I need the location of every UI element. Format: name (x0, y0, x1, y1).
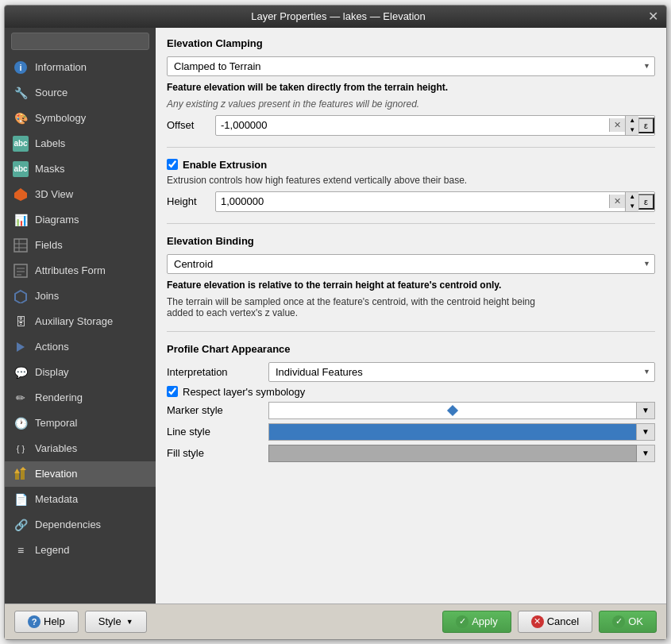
sidebar-item-source[interactable]: 🔧 Source (5, 80, 156, 106)
svg-marker-9 (15, 291, 26, 303)
offset-clear-button[interactable]: ✕ (609, 118, 625, 132)
line-bar-dropdown[interactable]: ▼ (637, 423, 655, 441)
sidebar-item-temporal[interactable]: 🕐 Temporal (5, 411, 156, 436)
svg-marker-14 (20, 467, 26, 470)
close-button[interactable]: ✕ (648, 10, 658, 23)
binding-dropdown[interactable]: Centroid Vertex (167, 254, 655, 274)
sidebar-item-label: Attributes Form (35, 264, 106, 276)
ok-button[interactable]: ✓ OK (599, 611, 657, 633)
interpretation-dropdown-wrapper[interactable]: Individual Features Continuous Surface (… (268, 362, 655, 382)
joins-icon (13, 288, 29, 304)
attributes-form-icon (13, 263, 29, 279)
cancel-button[interactable]: ✕ Cancel (518, 611, 592, 633)
help-button[interactable]: ? Help (14, 611, 79, 633)
sidebar-item-joins[interactable]: Joins (5, 283, 156, 309)
height-up-button[interactable]: ▲ (626, 192, 638, 202)
symbology-checkbox-row[interactable]: Respect layer's symbology (167, 386, 655, 398)
sidebar-item-rendering[interactable]: ✏ Rendering (5, 385, 156, 411)
extrusion-label[interactable]: Enable Extrusion (183, 159, 267, 171)
height-clear-button[interactable]: ✕ (609, 195, 625, 208)
sidebar-item-label: Symbology (35, 112, 86, 124)
style-arrow-icon: ▼ (126, 618, 133, 626)
main-window: Layer Properties — lakes — Elevation ✕ i… (4, 5, 667, 640)
sidebar-item-label: Fields (35, 239, 63, 251)
interpretation-dropdown[interactable]: Individual Features Continuous Surface (… (268, 362, 655, 382)
style-button[interactable]: Style ▼ (85, 611, 147, 633)
cancel-x-icon: ✕ (531, 615, 544, 628)
symbology-checkbox[interactable] (167, 386, 178, 397)
offset-down-button[interactable]: ▼ (626, 125, 638, 135)
offset-input-wrapper[interactable]: ✕ ▲ ▼ ε (215, 115, 655, 136)
symbology-label[interactable]: Respect layer's symbology (183, 386, 305, 398)
sidebar-item-labels[interactable]: abc Labels (5, 131, 156, 156)
fill-bar-dropdown[interactable]: ▼ (637, 445, 655, 462)
sidebar-item-elevation[interactable]: Elevation (5, 461, 156, 487)
sidebar-item-label: Masks (35, 163, 65, 175)
fill-bar-wrapper[interactable]: ▼ (268, 445, 655, 462)
sidebar-item-diagrams[interactable]: 📊 Diagrams (5, 207, 156, 233)
extrusion-checkbox[interactable] (167, 159, 178, 170)
search-box[interactable] (5, 28, 156, 55)
diagrams-icon: 📊 (13, 212, 29, 228)
sidebar-item-label: Actions (35, 341, 69, 353)
binding-dropdown-wrapper[interactable]: Centroid Vertex (167, 254, 655, 274)
elevation-binding-title: Elevation Binding (167, 235, 655, 247)
height-expression-button[interactable]: ε (638, 194, 654, 210)
sidebar-item-auxiliary-storage[interactable]: 🗄 Auxiliary Storage (5, 309, 156, 334)
sidebar-item-variables[interactable]: { } Variables (5, 436, 156, 461)
height-down-button[interactable]: ▼ (626, 202, 638, 211)
marker-style-label: Marker style (167, 404, 262, 416)
information-icon: i (13, 60, 29, 75)
sidebar-item-masks[interactable]: abc Masks (5, 156, 156, 182)
sidebar-item-display[interactable]: 💬 Display (5, 360, 156, 385)
sidebar-item-label: Labels (35, 137, 65, 149)
sidebar-item-legend[interactable]: ≡ Legend (5, 538, 156, 563)
clamping-italic-text: Any existing z values present in the fea… (167, 98, 655, 110)
sidebar-item-3dview[interactable]: 3D View (5, 182, 156, 207)
sidebar-item-metadata[interactable]: 📄 Metadata (5, 487, 156, 512)
height-input[interactable] (216, 193, 609, 210)
rendering-icon: ✏ (13, 390, 29, 406)
marker-bar-dropdown[interactable]: ▼ (637, 402, 655, 419)
sidebar-item-symbology[interactable]: 🎨 Symbology (5, 106, 156, 131)
sidebar-item-actions[interactable]: Actions (5, 334, 156, 360)
svg-rect-5 (14, 264, 27, 277)
interpretation-label: Interpretation (167, 366, 262, 378)
line-bar[interactable] (268, 423, 637, 441)
sidebar-item-dependencies[interactable]: 🔗 Dependencies (5, 512, 156, 538)
apply-button[interactable]: ✓ Apply (442, 611, 511, 633)
offset-up-button[interactable]: ▲ (626, 116, 638, 125)
sidebar-item-label: Rendering (35, 391, 83, 403)
clamping-dropdown[interactable]: Clamped to Terrain Relative to Terrain A… (167, 56, 655, 76)
elevation-icon (13, 466, 29, 482)
sidebar-item-fields[interactable]: Fields (5, 233, 156, 258)
extrusion-description: Extrusion controls how high features ext… (167, 175, 655, 186)
search-input[interactable] (11, 33, 149, 50)
offset-expression-button[interactable]: ε (638, 118, 654, 133)
symbology-icon: 🎨 (13, 110, 29, 126)
offset-spin[interactable]: ▲ ▼ (625, 116, 638, 135)
offset-input[interactable] (216, 117, 609, 133)
binding-desc-1: The terrain will be sampled once at the … (167, 296, 655, 318)
labels-icon: abc (13, 136, 29, 152)
display-icon: 💬 (13, 364, 29, 380)
height-spin[interactable]: ▲ ▼ (625, 192, 638, 211)
sidebar-item-attributes-form[interactable]: Attributes Form (5, 258, 156, 283)
main-content: i Information 🔧 Source 🎨 Symbology abc L… (5, 28, 666, 604)
extrusion-checkbox-row[interactable]: Enable Extrusion (167, 159, 655, 171)
sidebar-item-label: Source (35, 87, 67, 98)
line-style-row: Line style ▼ (167, 423, 655, 441)
height-input-wrapper[interactable]: ✕ ▲ ▼ ε (215, 191, 655, 212)
sidebar-item-information[interactable]: i Information (5, 55, 156, 80)
3dview-icon (13, 187, 29, 202)
offset-label: Offset (167, 119, 210, 131)
marker-bar-wrapper[interactable]: ▼ (268, 402, 655, 419)
svg-rect-1 (14, 239, 27, 252)
fill-bar[interactable] (268, 445, 637, 462)
content-area: Elevation Clamping Clamped to Terrain Re… (156, 28, 666, 604)
separator-3 (167, 331, 655, 332)
svg-marker-10 (17, 342, 25, 352)
line-bar-wrapper[interactable]: ▼ (268, 423, 655, 441)
clamping-dropdown-wrapper[interactable]: Clamped to Terrain Relative to Terrain A… (167, 56, 655, 76)
marker-bar[interactable] (268, 402, 637, 419)
